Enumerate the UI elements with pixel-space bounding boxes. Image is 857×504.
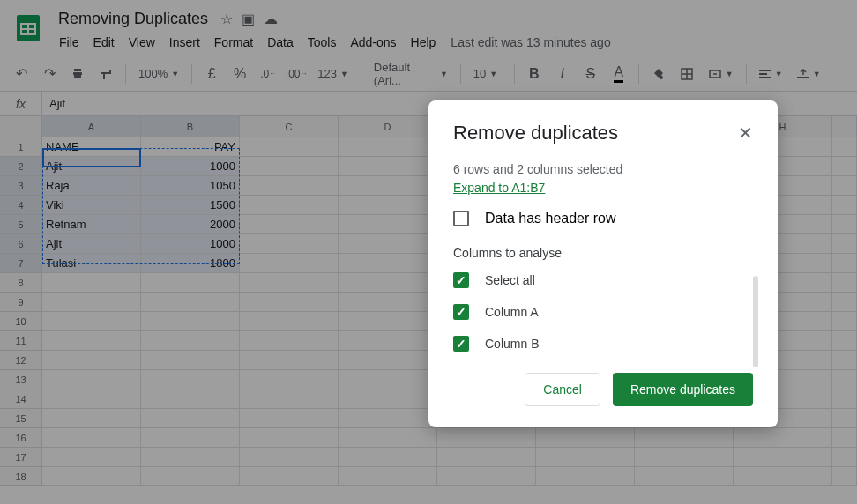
header-row-checkbox[interactable] bbox=[453, 211, 469, 226]
cell[interactable] bbox=[42, 448, 141, 467]
cell[interactable] bbox=[536, 448, 635, 467]
cell[interactable] bbox=[42, 312, 141, 331]
font-size-dropdown[interactable]: 10▼ bbox=[468, 62, 507, 86]
cell[interactable] bbox=[832, 331, 857, 351]
cell[interactable]: 1500 bbox=[141, 196, 240, 215]
paint-format-icon[interactable] bbox=[93, 62, 118, 86]
cell[interactable] bbox=[141, 293, 240, 312]
cell[interactable]: 1050 bbox=[141, 176, 240, 196]
cell[interactable] bbox=[141, 331, 240, 351]
menu-tools[interactable]: Tools bbox=[302, 32, 343, 53]
row-header[interactable]: 16 bbox=[0, 428, 42, 448]
cell[interactable] bbox=[141, 467, 240, 486]
scrollbar[interactable] bbox=[753, 276, 758, 367]
cell[interactable] bbox=[339, 254, 437, 273]
cell[interactable] bbox=[437, 428, 536, 448]
cell[interactable] bbox=[42, 351, 141, 370]
cell[interactable] bbox=[832, 293, 857, 312]
cell[interactable] bbox=[141, 428, 240, 448]
row-header[interactable]: 2 bbox=[0, 157, 42, 176]
cell[interactable] bbox=[734, 448, 832, 467]
cell[interactable] bbox=[635, 467, 734, 486]
increase-decimal-button[interactable]: .00→ bbox=[284, 62, 309, 86]
row-header[interactable]: 10 bbox=[0, 312, 42, 331]
cell[interactable] bbox=[42, 428, 141, 448]
last-edit-link[interactable]: Last edit was 13 minutes ago bbox=[451, 35, 610, 49]
col-header[interactable] bbox=[832, 116, 857, 137]
cell[interactable] bbox=[42, 409, 141, 428]
font-dropdown[interactable]: Default (Ari...▼ bbox=[369, 62, 453, 86]
menu-data[interactable]: Data bbox=[261, 32, 300, 53]
cell[interactable] bbox=[832, 234, 857, 254]
cell[interactable] bbox=[536, 467, 635, 486]
cell[interactable] bbox=[339, 389, 437, 409]
cell[interactable] bbox=[339, 157, 437, 176]
cell[interactable] bbox=[240, 254, 339, 273]
cell[interactable] bbox=[832, 215, 857, 234]
cell[interactable] bbox=[339, 137, 437, 157]
row-header[interactable]: 14 bbox=[0, 389, 42, 409]
row-header[interactable]: 18 bbox=[0, 467, 42, 486]
cell[interactable] bbox=[437, 448, 536, 467]
valign-button[interactable]: ▼ bbox=[792, 62, 826, 86]
cell[interactable] bbox=[832, 409, 857, 428]
strike-button[interactable]: S bbox=[578, 62, 603, 86]
cell[interactable] bbox=[339, 215, 437, 234]
document-title[interactable]: Removing Duplicates bbox=[53, 8, 213, 30]
menu-insert[interactable]: Insert bbox=[163, 32, 206, 53]
cell[interactable]: Viki bbox=[42, 196, 141, 215]
cell[interactable] bbox=[42, 467, 141, 486]
cell[interactable] bbox=[240, 467, 339, 486]
cell[interactable] bbox=[832, 176, 857, 196]
cell[interactable] bbox=[734, 467, 832, 486]
cell[interactable] bbox=[240, 331, 339, 351]
cell[interactable]: 1000 bbox=[141, 234, 240, 254]
cell[interactable]: 1000 bbox=[141, 157, 240, 176]
cell[interactable] bbox=[437, 467, 536, 486]
cell[interactable] bbox=[240, 273, 339, 293]
cell[interactable] bbox=[240, 351, 339, 370]
cloud-icon[interactable]: ☁ bbox=[264, 11, 278, 27]
cell[interactable] bbox=[240, 176, 339, 196]
cell[interactable]: PAY bbox=[141, 137, 240, 157]
row-header[interactable]: 4 bbox=[0, 196, 42, 215]
cell[interactable] bbox=[832, 273, 857, 293]
fill-color-button[interactable] bbox=[646, 62, 671, 86]
borders-button[interactable] bbox=[674, 62, 699, 86]
cell[interactable] bbox=[832, 370, 857, 389]
column-b-checkbox[interactable]: ✓ bbox=[453, 336, 469, 352]
menu-addons[interactable]: Add-ons bbox=[344, 32, 402, 53]
cell[interactable] bbox=[635, 448, 734, 467]
cell[interactable] bbox=[339, 409, 437, 428]
cell[interactable] bbox=[832, 467, 857, 486]
italic-button[interactable]: I bbox=[550, 62, 575, 86]
cell[interactable] bbox=[339, 370, 437, 389]
cell[interactable] bbox=[141, 370, 240, 389]
cell[interactable] bbox=[141, 389, 240, 409]
cell[interactable] bbox=[635, 428, 734, 448]
menu-file[interactable]: File bbox=[53, 32, 86, 53]
cell[interactable] bbox=[832, 137, 857, 157]
row-header[interactable]: 1 bbox=[0, 137, 42, 157]
cell[interactable] bbox=[240, 215, 339, 234]
cell[interactable] bbox=[832, 312, 857, 331]
cell[interactable] bbox=[339, 428, 437, 448]
cell[interactable]: Retnam bbox=[42, 215, 141, 234]
fx-label[interactable]: fx bbox=[0, 92, 42, 115]
undo-icon[interactable]: ↶ bbox=[9, 62, 34, 86]
cell[interactable] bbox=[240, 293, 339, 312]
cell[interactable] bbox=[240, 370, 339, 389]
cell[interactable] bbox=[240, 389, 339, 409]
cell[interactable] bbox=[42, 389, 141, 409]
cell[interactable] bbox=[42, 293, 141, 312]
cell[interactable] bbox=[832, 196, 857, 215]
select-all-checkbox[interactable]: ✓ bbox=[453, 272, 469, 288]
remove-duplicates-button[interactable]: Remove duplicates bbox=[613, 373, 753, 406]
cell[interactable] bbox=[240, 312, 339, 331]
cell[interactable] bbox=[832, 351, 857, 370]
cell[interactable] bbox=[42, 331, 141, 351]
cell[interactable]: Tulasi bbox=[42, 254, 141, 273]
cell[interactable]: Raja bbox=[42, 176, 141, 196]
row-header[interactable]: 15 bbox=[0, 409, 42, 428]
row-header[interactable]: 3 bbox=[0, 176, 42, 196]
